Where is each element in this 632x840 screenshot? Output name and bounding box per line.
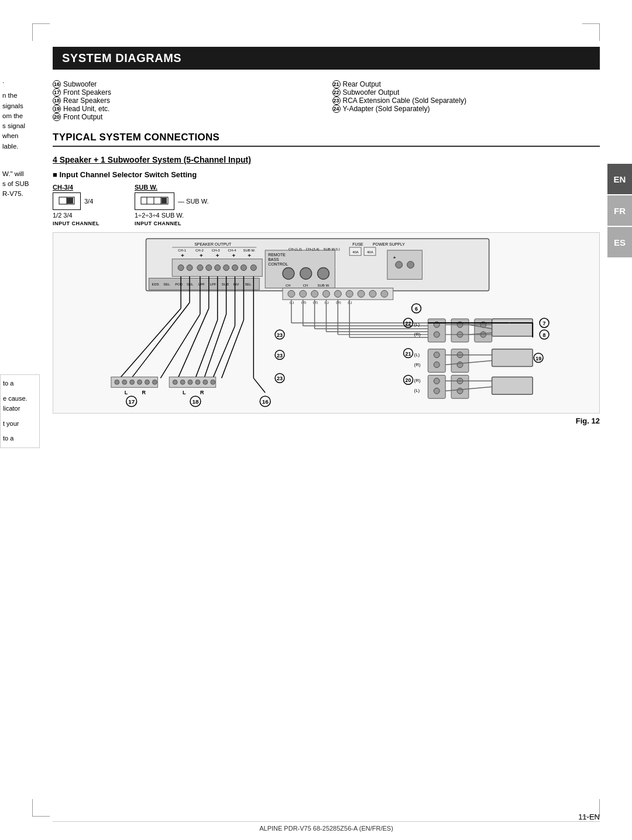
svg-point-112 [334, 290, 341, 297]
svg-text:(R): (R) [414, 378, 421, 383]
svg-point-86 [138, 380, 142, 384]
svg-text:CH: CH [303, 284, 308, 287]
legend-item-16: 16 Subwoofer [53, 80, 321, 88]
lang-tab-fr[interactable]: FR [607, 195, 632, 226]
footer: ALPINE PDR-V75 68-25285Z56-A (EN/FR/ES) [53, 821, 600, 832]
legend-num-23: 23 [332, 97, 341, 105]
svg-text:+: + [200, 252, 203, 259]
left-sidebar-box: to a e cause. licator t your to a [0, 374, 40, 448]
diagram-area: SPEAKER OUTPUT CH-1 CH-2 CH-3 CH-4 SUB W… [53, 232, 600, 414]
switch-subw-range: 1÷2÷3÷4 SUB W. [135, 212, 184, 219]
svg-point-93 [203, 380, 208, 384]
svg-text:(L): (L) [414, 388, 420, 393]
legend-item-24: 24 Y-Adapter (Sold Separately) [332, 105, 600, 113]
svg-text:EDS: EDS [152, 283, 159, 286]
svg-point-35 [283, 268, 294, 280]
svg-rect-166 [492, 377, 533, 394]
svg-point-116 [381, 290, 388, 297]
subsection-title: TYPICAL SYSTEM CONNECTIONS [53, 132, 600, 147]
svg-text:16: 16 [262, 398, 269, 405]
svg-text:+: + [232, 252, 236, 259]
svg-text:+: + [181, 252, 184, 259]
fig-label: Fig. 12 [53, 416, 600, 425]
svg-text:L: L [125, 390, 128, 395]
svg-text:7: 7 [543, 321, 546, 326]
wiring-diagram-svg: SPEAKER OUTPUT CH-1 CH-2 CH-3 CH-4 SUB W… [53, 233, 599, 413]
svg-text:SUB: SUB [222, 283, 229, 286]
svg-point-91 [188, 380, 193, 384]
switch-ch34-range: 1/2 3/4 [53, 212, 73, 219]
svg-text:23: 23 [277, 376, 283, 381]
legend-item-23: 23 RCA Extension Cable (Sold Separately) [332, 97, 600, 105]
svg-text:INV: INV [233, 283, 239, 286]
legend-num-19: 19 [53, 105, 61, 113]
legend-num-20: 20 [53, 113, 61, 121]
svg-point-152 [434, 352, 439, 358]
svg-text:(L): (L) [414, 322, 420, 327]
svg-rect-7 [162, 198, 167, 204]
svg-text:SEL: SEL [245, 283, 252, 286]
svg-point-87 [145, 380, 150, 384]
left-edge-text: . n the signals om the s signal when lab… [0, 76, 41, 199]
svg-point-23 [187, 265, 193, 271]
svg-text:(R): (R) [301, 301, 306, 304]
svg-text:SEL: SEL [163, 283, 170, 286]
lang-tab-es[interactable]: ES [607, 227, 632, 257]
svg-line-73 [120, 308, 181, 378]
svg-point-153 [434, 362, 439, 368]
svg-point-29 [241, 265, 246, 271]
svg-point-30 [250, 265, 256, 271]
legend-num-17: 17 [53, 88, 61, 97]
svg-point-90 [180, 380, 185, 384]
svg-point-88 [152, 380, 157, 384]
svg-point-139 [434, 332, 439, 338]
svg-text:+: + [393, 255, 396, 260]
legend-item-17: 17 Front Speakers [53, 88, 321, 97]
svg-text:+: + [248, 252, 251, 259]
svg-text:CONTROL: CONTROL [268, 262, 288, 266]
svg-point-111 [323, 290, 330, 297]
svg-text:40A: 40A [352, 250, 359, 254]
svg-point-89 [173, 380, 177, 384]
switch-ch34: CH-3/4 3/4 1/2 3/4 INPUT CHANNEL [53, 184, 99, 226]
svg-text:21: 21 [406, 351, 411, 357]
svg-text:POWER SUPPLY: POWER SUPPLY [373, 242, 405, 246]
svg-text:40A: 40A [367, 250, 373, 254]
svg-text:BASS: BASS [268, 257, 279, 261]
svg-point-28 [232, 265, 238, 271]
svg-text:17: 17 [128, 398, 135, 405]
svg-text:L: L [183, 390, 186, 395]
svg-line-106 [253, 378, 265, 393]
page-number: 11-EN [578, 810, 600, 822]
svg-point-84 [122, 380, 127, 384]
svg-text:+: + [216, 252, 219, 259]
lang-tab-en[interactable]: EN [607, 164, 632, 194]
svg-text:(L): (L) [414, 352, 420, 357]
svg-text:SUB W.(L): SUB W.(L) [324, 247, 340, 251]
svg-text:SUB W.: SUB W. [318, 284, 330, 287]
svg-point-113 [346, 290, 353, 297]
switch-subw: SUB W. — SUB W. 1÷2÷3÷4 SUB W. INPUT CHA… [135, 184, 209, 226]
corner-top-right [599, 23, 600, 41]
svg-text:(R): (R) [414, 332, 421, 337]
svg-point-157 [434, 388, 439, 394]
svg-point-27 [224, 265, 229, 271]
legend-item-19: 19 Head Unit, etc. [53, 105, 321, 113]
legend-item-18: 18 Rear Speakers [53, 97, 321, 105]
legend-num-21: 21 [332, 80, 341, 88]
svg-text:LPF: LPF [198, 283, 205, 286]
switch-subw-caption: INPUT CHANNEL [135, 221, 181, 226]
svg-point-22 [178, 265, 184, 271]
svg-text:SEL: SEL [187, 283, 194, 286]
svg-text:R: R [142, 390, 146, 395]
svg-text:CH-(3,4): CH-(3,4) [306, 247, 320, 251]
switch-subw-setting: — SUB W. [178, 198, 209, 205]
svg-point-94 [211, 380, 215, 384]
legend-num-18: 18 [53, 97, 61, 105]
corner-bottom-left [32, 799, 33, 817]
svg-point-25 [206, 265, 212, 271]
svg-text:8: 8 [543, 332, 546, 338]
svg-text:23: 23 [277, 332, 283, 338]
svg-line-74 [132, 302, 190, 378]
corner-top-left [32, 23, 33, 41]
